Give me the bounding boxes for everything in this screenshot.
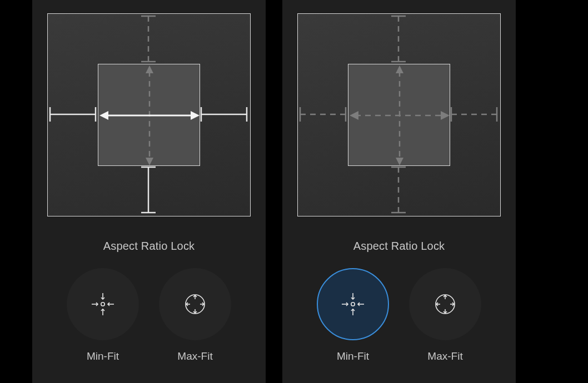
svg-marker-13 <box>146 65 153 73</box>
aspect-preview[interactable] <box>47 13 251 216</box>
max-fit-icon <box>184 293 206 315</box>
fit-button-row: Min-Fit Max-F <box>67 268 231 362</box>
svg-marker-42 <box>396 65 403 73</box>
max-fit-label: Max-Fit <box>427 350 462 362</box>
svg-marker-17 <box>191 111 200 120</box>
aspect-preview[interactable] <box>297 13 501 216</box>
min-fit-icon <box>341 292 365 316</box>
panel-left: Aspect Ratio Lock <box>32 0 266 383</box>
svg-point-18 <box>101 303 104 306</box>
svg-marker-45 <box>441 111 450 120</box>
max-fit-icon <box>434 293 456 315</box>
inner-guides-icon <box>348 64 451 167</box>
max-fit-button[interactable]: Max-Fit <box>159 268 231 362</box>
inner-square <box>348 64 450 166</box>
inner-square <box>98 64 200 166</box>
svg-point-46 <box>351 303 355 306</box>
svg-marker-16 <box>99 111 108 120</box>
fit-button-row: Min-Fit Max-F <box>317 268 481 362</box>
min-fit-icon <box>91 292 115 316</box>
min-fit-label: Min-Fit <box>87 350 119 362</box>
svg-marker-43 <box>396 158 403 165</box>
min-fit-label: Min-Fit <box>337 350 369 362</box>
max-fit-button[interactable]: Max-Fit <box>409 268 481 362</box>
min-fit-button[interactable]: Min-Fit <box>67 268 139 362</box>
max-fit-label: Max-Fit <box>177 350 212 362</box>
min-fit-button[interactable]: Min-Fit <box>317 268 389 362</box>
section-label: Aspect Ratio Lock <box>353 240 445 253</box>
svg-marker-44 <box>350 111 358 120</box>
inner-guides-icon <box>98 64 201 167</box>
panel-right: Aspect Ratio Lock <box>282 0 516 383</box>
section-label: Aspect Ratio Lock <box>103 240 195 253</box>
svg-marker-14 <box>146 158 153 165</box>
